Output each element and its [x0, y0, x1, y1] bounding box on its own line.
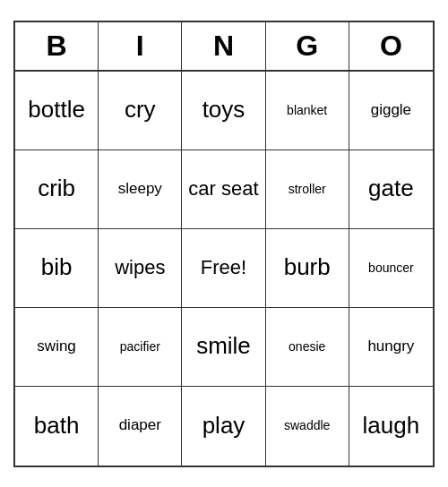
cell-text: play	[202, 412, 246, 440]
cell-text: wipes	[115, 256, 165, 279]
bingo-cell: sleepy	[99, 150, 182, 229]
cell-text: bouncer	[368, 261, 414, 276]
cell-text: laugh	[363, 412, 420, 440]
cell-text: toys	[202, 96, 246, 124]
cell-text: hungry	[367, 337, 414, 355]
cell-text: bib	[41, 253, 73, 281]
header-letter: G	[266, 22, 349, 70]
bingo-cell: bib	[15, 229, 99, 308]
bingo-cell: Free!	[182, 229, 265, 308]
bingo-cell: cry	[99, 72, 182, 150]
bingo-cell: hungry	[349, 308, 433, 387]
bingo-cell: car seat	[182, 150, 265, 229]
cell-text: burb	[284, 253, 331, 281]
bingo-cell: smile	[182, 308, 265, 387]
header-letter: I	[99, 22, 182, 70]
bingo-cell: crib	[15, 150, 99, 229]
cell-text: swing	[37, 337, 75, 355]
cell-text: giggle	[371, 101, 411, 119]
bingo-cell: burb	[266, 229, 349, 308]
bingo-cell: gate	[349, 150, 433, 229]
bingo-card: BINGO bottlecrytoysblanketgigglecribslee…	[13, 21, 435, 467]
bingo-cell: toys	[182, 72, 265, 150]
cell-text: diaper	[119, 416, 161, 434]
bingo-cell: diaper	[99, 387, 182, 466]
bingo-cell: wipes	[99, 229, 182, 308]
bingo-grid: bottlecrytoysblanketgigglecribsleepycar …	[15, 72, 433, 466]
bingo-cell: bouncer	[349, 229, 433, 308]
bingo-cell: onesie	[266, 308, 349, 387]
header-letter: B	[15, 22, 99, 70]
bingo-cell: bottle	[15, 72, 99, 150]
bingo-cell: laugh	[349, 387, 433, 466]
cell-text: swaddle	[284, 418, 330, 433]
header-letter: N	[182, 22, 265, 70]
bingo-cell: giggle	[349, 72, 433, 150]
cell-text: Free!	[201, 256, 246, 279]
cell-text: cry	[125, 96, 156, 124]
cell-text: gate	[368, 175, 414, 202]
cell-text: bottle	[28, 96, 85, 124]
cell-text: sleepy	[118, 180, 162, 198]
cell-text: bath	[34, 412, 80, 440]
cell-text: smile	[196, 332, 251, 360]
cell-text: car seat	[188, 177, 258, 201]
cell-text: pacifier	[120, 339, 160, 355]
bingo-cell: bath	[15, 387, 99, 466]
header-letter: O	[349, 22, 433, 70]
cell-text: onesie	[289, 339, 325, 355]
bingo-cell: pacifier	[99, 308, 182, 387]
bingo-header: BINGO	[15, 22, 433, 72]
bingo-cell: play	[182, 387, 265, 466]
cell-text: stroller	[289, 182, 326, 197]
bingo-cell: stroller	[266, 150, 349, 229]
bingo-cell: blanket	[266, 72, 349, 150]
cell-text: blanket	[287, 103, 327, 118]
bingo-cell: swaddle	[266, 387, 349, 466]
cell-text: crib	[38, 175, 75, 202]
bingo-cell: swing	[15, 308, 99, 387]
